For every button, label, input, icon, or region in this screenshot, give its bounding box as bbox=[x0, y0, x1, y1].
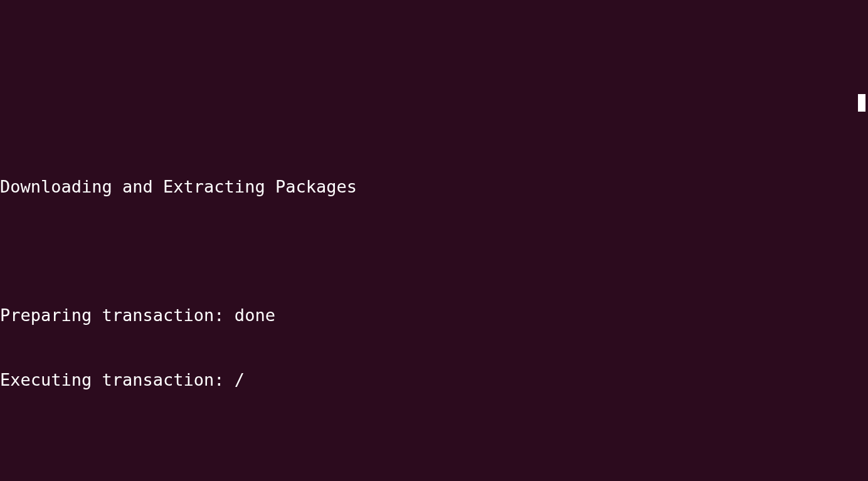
terminal-output[interactable]: Downloading and Extracting Packages Prep… bbox=[0, 133, 868, 481]
output-line: Downloading and Extracting Packages bbox=[0, 176, 868, 198]
output-line: Preparing transaction: done bbox=[0, 305, 868, 326]
output-line bbox=[0, 434, 868, 455]
output-line: Executing transaction: / bbox=[0, 369, 868, 391]
output-line bbox=[0, 241, 868, 262]
terminal-cursor bbox=[858, 94, 865, 112]
